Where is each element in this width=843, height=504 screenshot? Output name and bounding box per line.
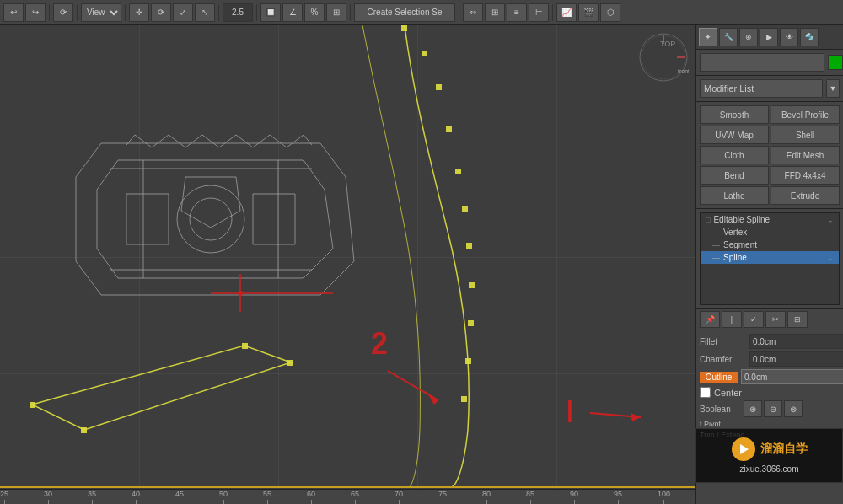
- fillet-label: Fillet: [700, 337, 746, 346]
- chamfer-row: Chamfer 0.0cm ▲ ▼: [700, 351, 840, 367]
- ruler-tick-70: 70: [395, 489, 403, 504]
- boolean-union-btn[interactable]: ⊕: [744, 400, 762, 417]
- svg-marker-34: [740, 444, 749, 454]
- center-checkbox[interactable]: [700, 387, 711, 398]
- watermark-icon: [732, 437, 755, 461]
- stack-unique-btn[interactable]: |: [722, 311, 742, 328]
- move-button[interactable]: ✛: [129, 3, 149, 22]
- stack-item-label: Editable Spline: [713, 215, 770, 224]
- svg-rect-2: [436, 84, 442, 90]
- snap-toggle[interactable]: 🔲: [260, 3, 281, 22]
- snap-options[interactable]: ⊞: [326, 3, 346, 22]
- scale-button[interactable]: ⤢: [173, 3, 193, 22]
- quick-align[interactable]: ⊨: [529, 3, 549, 22]
- mirror-button[interactable]: ⇔: [463, 3, 483, 22]
- center-label: Center: [714, 388, 742, 398]
- ruler-tick-60: 60: [307, 489, 315, 504]
- smooth-mod-btn[interactable]: Smooth: [700, 105, 769, 124]
- stack-collapse-arrow[interactable]: ⌄: [827, 216, 834, 224]
- outline-input[interactable]: 0.0cm: [741, 369, 843, 384]
- uvw-map-mod-btn[interactable]: UVW Map: [700, 126, 769, 144]
- svg-rect-0: [401, 25, 407, 31]
- object-name-input[interactable]: Shape001: [700, 53, 824, 72]
- array-button[interactable]: ⊞: [485, 3, 505, 22]
- ruler-tick-90: 90: [570, 489, 578, 504]
- ruler-tick-75: 75: [438, 489, 447, 504]
- bevel-profile-mod-btn[interactable]: Bevel Profile: [771, 105, 840, 124]
- modify-panel-btn[interactable]: 🔧: [719, 28, 738, 46]
- stack-toolbar: 📌 | ✓ ✂ ⊞: [696, 308, 843, 330]
- bend-mod-btn[interactable]: Bend: [700, 166, 769, 185]
- rotate-button[interactable]: ⟳: [151, 3, 171, 22]
- shell-mod-btn[interactable]: Shell: [771, 126, 840, 144]
- svg-marker-11: [32, 346, 291, 430]
- watermark-brand: 溜溜自学: [760, 442, 808, 457]
- graph-btn[interactable]: 📈: [556, 3, 577, 22]
- modifier-list-select[interactable]: Modifier List: [700, 79, 823, 98]
- watermark-logo: 溜溜自学: [732, 437, 808, 461]
- extrude-mod-btn[interactable]: Extrude: [771, 186, 840, 205]
- ffd-mod-btn[interactable]: FFD 4x4x4: [771, 166, 840, 185]
- boolean-intersect-btn[interactable]: ⊗: [784, 400, 803, 417]
- redo-button[interactable]: ↪: [25, 3, 46, 22]
- viewport[interactable]: 2 | TOP fr: [0, 25, 695, 504]
- object-color-swatch[interactable]: [828, 55, 843, 70]
- motion-btn[interactable]: ▶: [760, 28, 778, 46]
- svg-point-20: [238, 291, 243, 296]
- hierarchy-btn[interactable]: ⊕: [739, 28, 758, 46]
- modifier-list-arrow[interactable]: ▼: [826, 79, 840, 98]
- stack-remove-btn[interactable]: ✓: [744, 311, 764, 328]
- modifier-stack[interactable]: □ Editable Spline ⌄ — Vertex — Segment —…: [700, 212, 840, 305]
- svg-rect-6: [466, 243, 472, 249]
- material-btn[interactable]: ⬡: [600, 3, 620, 22]
- ruler-tick-65: 65: [351, 489, 359, 504]
- stack-cut-btn[interactable]: ✂: [765, 311, 786, 328]
- edit-mesh-mod-btn[interactable]: Edit Mesh: [771, 146, 840, 164]
- scale2-button[interactable]: ⤡: [195, 3, 215, 22]
- stack-checkbox: □: [706, 216, 710, 224]
- right-panel: ✦ 🔧 ⊕ ▶ 👁 🔩 Shape001 Modifier List ▼ Smo…: [695, 25, 843, 504]
- boolean-row: Boolean ⊕ ⊖ ⊗: [700, 400, 840, 417]
- trim-partial: t Pivot: [700, 420, 721, 428]
- stack-item-editable-spline[interactable]: □ Editable Spline ⌄: [701, 213, 839, 226]
- stack-item-spline[interactable]: — Spline ⌄: [701, 251, 839, 264]
- undo-button[interactable]: ↩: [3, 3, 24, 22]
- svg-rect-4: [455, 169, 461, 174]
- boolean-subtract-btn[interactable]: ⊖: [764, 400, 782, 417]
- ruler-tick-40: 40: [132, 489, 140, 504]
- zoom-input[interactable]: [223, 3, 253, 22]
- svg-text:2: 2: [371, 326, 388, 361]
- stack-item-segment[interactable]: — Segment: [701, 239, 839, 251]
- stack-copy-btn[interactable]: ⊞: [787, 311, 808, 328]
- stack-item-label: Spline: [723, 253, 747, 262]
- chamfer-label: Chamfer: [700, 355, 746, 364]
- toolbar: ↩ ↪ ⟳ View ✛ ⟳ ⤢ ⤡ 🔲 ∠ % ⊞ Create Select…: [0, 0, 843, 25]
- svg-rect-7: [469, 282, 475, 288]
- view-select[interactable]: View: [81, 3, 121, 22]
- svg-marker-27: [631, 413, 641, 421]
- stack-pin-btn[interactable]: 📌: [700, 311, 720, 328]
- viewport-gizmo[interactable]: TOP front: [638, 32, 689, 83]
- ruler-tick-100: 100: [658, 489, 670, 504]
- center-row: Center: [700, 387, 840, 398]
- chamfer-input[interactable]: 0.0cm: [749, 351, 843, 367]
- fillet-input[interactable]: 0.0cm: [749, 334, 843, 349]
- align-button[interactable]: ≡: [507, 3, 527, 22]
- svg-rect-3: [446, 126, 452, 132]
- utilities-btn[interactable]: 🔩: [800, 28, 819, 46]
- object-name-row: Shape001: [696, 50, 843, 76]
- lathe-mod-btn[interactable]: Lathe: [700, 186, 769, 205]
- scene-svg: 2 |: [0, 25, 695, 489]
- stack-item-vertex[interactable]: — Vertex: [701, 226, 839, 239]
- svg-rect-14: [242, 343, 248, 349]
- create-panel-btn[interactable]: ✦: [699, 28, 717, 46]
- main-area: 2 | TOP fr: [0, 25, 843, 504]
- percent-snap[interactable]: %: [304, 3, 325, 22]
- boolean-label: Boolean: [700, 405, 742, 414]
- cloth-mod-btn[interactable]: Cloth: [700, 146, 769, 164]
- render-btn[interactable]: 🎬: [578, 3, 599, 22]
- refresh-button[interactable]: ⟳: [53, 3, 73, 22]
- angle-snap[interactable]: ∠: [282, 3, 303, 22]
- create-selection-button[interactable]: Create Selection Se: [354, 3, 455, 22]
- display-btn[interactable]: 👁: [780, 28, 798, 46]
